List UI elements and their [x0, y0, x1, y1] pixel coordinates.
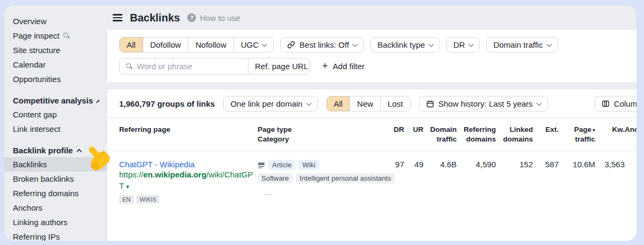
- search-icon: [126, 63, 133, 70]
- sidebar-item-anchors[interactable]: Anchors: [4, 201, 107, 215]
- sidebar-item-referring-domains[interactable]: Referring domains: [4, 186, 107, 201]
- col-linked-domains[interactable]: Linked domains: [496, 125, 533, 144]
- sidebar-item-referring-ips[interactable]: Referring IPs: [4, 229, 107, 241]
- filter-tab-all[interactable]: All: [120, 38, 143, 52]
- page-type-tag: Wiki: [298, 160, 319, 170]
- col-kw[interactable]: Kw.: [595, 125, 625, 144]
- sidebar-section-competitive-analysis[interactable]: Competitive analysis: [4, 94, 107, 107]
- sidebar-item-site-structure[interactable]: Site structure: [4, 43, 107, 57]
- lang-tag: EN: [119, 195, 134, 204]
- sidebar-item-content-gap[interactable]: Content gap: [4, 107, 107, 122]
- col-page-type-category[interactable]: Page type Category: [258, 125, 380, 144]
- how-to-use-link[interactable]: ? How to use: [187, 13, 240, 23]
- help-icon: ?: [187, 13, 196, 22]
- show-more-button[interactable]: ...: [258, 188, 372, 197]
- col-domain-traffic[interactable]: Domain traffic: [423, 125, 457, 144]
- scope-segmented: All New Lost: [326, 96, 411, 112]
- domain-traffic-value: 4.6B: [423, 160, 457, 204]
- anchor-cell: [625, 160, 636, 204]
- show-history-dropdown[interactable]: Show history: Last 5 years: [419, 96, 548, 112]
- best-links-dropdown[interactable]: Best links: Off: [280, 37, 364, 53]
- kw-link[interactable]: 3,563: [595, 160, 625, 204]
- url-expand-caret-icon[interactable]: ▾: [126, 183, 129, 190]
- referring-page-cell: ChatGPT - Wikipedia https://en.wikipedia…: [119, 160, 258, 204]
- columns-button[interactable]: Columns: [595, 96, 636, 112]
- link-mode-dropdown[interactable]: One link per domain: [223, 96, 317, 112]
- sidebar-item-overview[interactable]: Overview: [4, 14, 107, 28]
- page-type-category-cell: Article Wiki Software Intelligent person…: [258, 160, 380, 204]
- col-page-traffic[interactable]: Page▾ traffic: [559, 125, 595, 144]
- dr-filter-dropdown[interactable]: DR: [447, 37, 480, 53]
- page-title: Backlinks: [130, 12, 180, 24]
- sidebar-item-backlinks[interactable]: Backlinks: [4, 157, 107, 172]
- results-count: 1,960,797 groups of links: [119, 99, 215, 108]
- word-phrase-search-group: Ref. page URL: [119, 58, 310, 75]
- sidebar-item-link-intersect[interactable]: Link intersect: [4, 122, 107, 136]
- search-field-wrap: [120, 58, 248, 74]
- scope-tab-lost[interactable]: Lost: [380, 96, 409, 111]
- backlink-type-dropdown[interactable]: Backlink type: [370, 37, 440, 53]
- sidebar-item-opportunities[interactable]: Opportunities: [4, 72, 107, 86]
- sidebar-section-backlink-profile[interactable]: Backlink profile: [4, 144, 107, 157]
- ur-value: 49: [404, 160, 423, 204]
- ext-link[interactable]: 587: [533, 160, 559, 204]
- chevron-down-icon: [306, 100, 311, 106]
- article-icon: [258, 161, 265, 169]
- col-anchor[interactable]: Anchor: [625, 125, 636, 144]
- referring-domains-link[interactable]: 4,590: [457, 160, 496, 204]
- col-referring-domains[interactable]: Referring domains: [457, 125, 496, 144]
- calendar-icon: [426, 100, 434, 108]
- chevron-down-icon: [262, 41, 267, 47]
- sidebar-item-page-inspect[interactable]: Page inspect: [4, 28, 107, 43]
- sidebar: Overview Page inspect Site structure Cal…: [4, 5, 107, 241]
- table-row: ChatGPT - Wikipedia https://en.wikipedia…: [107, 151, 636, 204]
- chevron-down-icon: [428, 41, 434, 47]
- sidebar-item-broken-backlinks[interactable]: Broken backlinks: [4, 172, 107, 186]
- search-input[interactable]: [137, 58, 248, 74]
- linked-domains-link[interactable]: 152: [496, 160, 533, 204]
- results-toolbar: 1,960,797 groups of links One link per d…: [107, 90, 636, 118]
- chevron-down-icon: [353, 41, 358, 47]
- scope-tab-all[interactable]: All: [327, 96, 350, 111]
- chevron-up-icon: [76, 149, 82, 154]
- chevron-down-icon: [546, 41, 552, 47]
- sidebar-item-linking-authors[interactable]: Linking authors: [4, 215, 107, 229]
- col-referring-page[interactable]: Referring page: [119, 125, 258, 144]
- page-header: Backlinks ? How to use: [107, 5, 636, 30]
- filter-tab-nofollow[interactable]: Nofollow: [188, 38, 233, 52]
- ref-page-url-dropdown[interactable]: Ref. page URL: [248, 58, 310, 74]
- page-type-tag: Article: [268, 160, 295, 170]
- hamburger-menu-icon[interactable]: [113, 17, 122, 18]
- sidebar-item-calendar[interactable]: Calendar: [4, 57, 107, 72]
- referring-page-title-link[interactable]: ChatGPT - Wikipedia: [119, 160, 258, 169]
- filters-panel: All Dofollow Nofollow UGC Best links: Of…: [107, 30, 636, 82]
- add-filter-button[interactable]: + Add filter: [322, 62, 364, 71]
- app-window: Overview Page inspect Site structure Cal…: [4, 5, 636, 241]
- dr-value: 97: [380, 160, 404, 204]
- page-traffic-value: 10.6M: [559, 160, 595, 204]
- scope-tab-new[interactable]: New: [349, 96, 380, 111]
- chevron-down-icon: [469, 41, 474, 47]
- group-tag: WIKIS: [136, 195, 159, 204]
- filter-tab-dofollow[interactable]: Dofollow: [143, 38, 188, 52]
- chevron-down-icon: [536, 100, 541, 106]
- category-tag: Software: [258, 173, 292, 183]
- chevron-up-icon: [96, 100, 100, 103]
- follow-filter-segmented: All Dofollow Nofollow UGC: [119, 37, 274, 53]
- col-ext[interactable]: Ext.: [533, 125, 559, 144]
- domain-traffic-dropdown[interactable]: Domain traffic: [486, 37, 558, 53]
- col-ur[interactable]: UR: [404, 125, 423, 144]
- columns-icon: [602, 100, 610, 108]
- table-header-row: Referring page Page type Category DR UR …: [107, 118, 636, 151]
- search-icon: [63, 32, 70, 39]
- filter-dropdown-ugc[interactable]: UGC: [233, 38, 273, 52]
- link-icon: [287, 41, 295, 49]
- results-panel: 1,960,797 groups of links One link per d…: [107, 90, 636, 241]
- backlinks-table: Referring page Page type Category DR UR …: [107, 118, 636, 204]
- plus-icon: +: [322, 61, 328, 71]
- col-dr[interactable]: DR: [380, 125, 404, 144]
- main-area: Backlinks ? How to use All Dofollow Nofo…: [107, 5, 636, 241]
- referring-page-url-link[interactable]: https://en.wikipedia.org/wiki/ChatGPT ▾: [119, 169, 258, 191]
